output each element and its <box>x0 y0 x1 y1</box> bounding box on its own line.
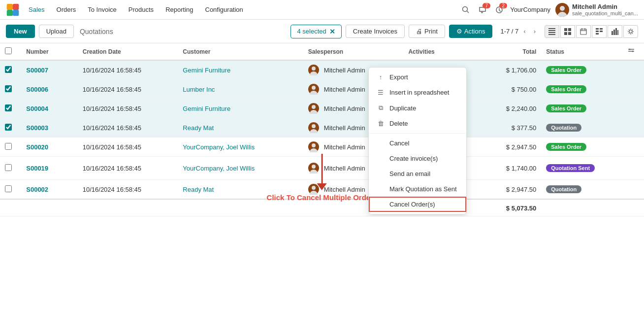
table-row[interactable]: S00003 10/16/2024 16:58:45 Ready Mat Mit… <box>0 118 644 138</box>
row-checkbox-0[interactable] <box>5 66 12 73</box>
status-badge: Quotation Sent <box>546 164 595 172</box>
row-checkbox-5[interactable] <box>5 164 12 171</box>
row-settings[interactable] <box>623 180 644 200</box>
user-sub: sale_quotation_multi_can... <box>572 10 638 16</box>
table-row[interactable]: S00006 10/16/2024 16:58:45 Lumber Inc Mi… <box>0 80 644 99</box>
pivot-view-button[interactable] <box>592 25 607 38</box>
customer-name[interactable]: Lumber Inc <box>178 80 303 99</box>
col-header-status[interactable]: Status <box>541 43 622 60</box>
action-export[interactable]: ↑ Export <box>369 69 466 85</box>
calendar-view-button[interactable] <box>576 25 591 38</box>
customer-name[interactable]: Gemini Furniture <box>178 60 303 80</box>
salesperson-avatar <box>308 184 319 195</box>
customer-name[interactable]: YourCompany, Joel Willis <box>178 138 303 157</box>
action-delete[interactable]: 🗑 Delete <box>369 116 466 131</box>
table-row[interactable]: S00019 10/16/2024 16:58:45 YourCompany, … <box>0 157 644 180</box>
list-view-button[interactable] <box>545 25 559 38</box>
customer-name[interactable]: Gemini Furniture <box>178 99 303 118</box>
salesperson-avatar <box>308 103 319 114</box>
discuss-icon-btn[interactable]: 7 <box>477 4 488 16</box>
row-settings[interactable] <box>623 99 644 118</box>
print-button[interactable]: 🖨 Print <box>409 25 445 38</box>
next-page-button[interactable]: › <box>531 26 539 37</box>
kanban-view-button[interactable] <box>560 25 575 38</box>
col-header-salesperson[interactable]: Salesperson <box>303 43 404 60</box>
user-avatar <box>555 3 569 17</box>
salesperson-name: Mitchell Admin <box>324 67 365 74</box>
customer-name[interactable]: Ready Mat <box>178 118 303 138</box>
menu-divider <box>369 133 466 134</box>
table-row[interactable]: S00002 10/16/2024 16:58:45 Ready Mat Mit… <box>0 180 644 200</box>
upload-button[interactable]: Upload <box>39 25 74 38</box>
order-number[interactable]: S00007 <box>26 67 48 74</box>
app-logo[interactable] <box>6 3 20 17</box>
action-create-invoice[interactable]: Create invoice(s) <box>369 151 466 166</box>
customer-name[interactable]: Ready Mat <box>178 180 303 200</box>
total-amount: $ 2,240.00 <box>479 99 541 118</box>
col-header-customer[interactable]: Customer <box>178 43 303 60</box>
creation-date: 10/16/2024 16:58:45 <box>78 180 178 200</box>
table-row[interactable]: S00004 10/16/2024 16:58:45 Gemini Furnit… <box>0 99 644 118</box>
create-invoices-button[interactable]: Create Invoices <box>346 25 405 38</box>
status-badge: Sales Order <box>546 104 586 112</box>
nav-configuration[interactable]: Configuration <box>200 4 248 15</box>
table-row[interactable]: S00007 10/16/2024 16:58:45 Gemini Furnit… <box>0 60 644 80</box>
action-duplicate[interactable]: ⧉ Duplicate <box>369 100 466 116</box>
order-number[interactable]: S00003 <box>26 124 48 132</box>
company-name[interactable]: YourCompany <box>510 6 550 13</box>
nav-orders[interactable]: Orders <box>52 4 81 15</box>
creation-date: 10/16/2024 16:58:45 <box>78 118 178 138</box>
activity-icon-btn[interactable]: 2 <box>493 4 505 16</box>
action-cancel-orders[interactable]: Cancel Order(s) <box>369 197 466 212</box>
row-settings[interactable] <box>623 138 644 157</box>
table-row[interactable]: S00020 10/16/2024 16:58:45 YourCompany, … <box>0 138 644 157</box>
order-number[interactable]: S00019 <box>26 165 48 172</box>
action-insert-spreadsheet[interactable]: ☰ Insert in spreadsheet <box>369 85 466 100</box>
row-checkbox-1[interactable] <box>5 85 12 92</box>
action-cancel[interactable]: Cancel <box>369 136 466 151</box>
search-icon-btn[interactable] <box>460 4 472 16</box>
graph-view-button[interactable] <box>608 25 622 38</box>
order-number[interactable]: S00004 <box>26 105 48 112</box>
create-invoice-label: Create invoice(s) <box>389 155 438 162</box>
row-settings[interactable] <box>623 60 644 80</box>
col-header-date[interactable]: Creation Date <box>78 43 178 60</box>
col-header-number[interactable]: Number <box>21 43 78 60</box>
new-button[interactable]: New <box>6 25 35 38</box>
actions-dropdown: ↑ Export ☰ Insert in spreadsheet ⧉ Dupli… <box>368 67 467 214</box>
row-settings[interactable] <box>623 80 644 99</box>
svg-point-36 <box>312 105 316 109</box>
clear-selection-button[interactable]: ✕ <box>329 28 335 35</box>
select-all-checkbox[interactable] <box>5 47 12 54</box>
col-header-total[interactable]: Total <box>479 43 541 60</box>
order-number[interactable]: S00006 <box>26 86 48 93</box>
salesperson-avatar <box>308 84 319 95</box>
col-header-settings[interactable] <box>623 43 644 60</box>
row-checkbox-2[interactable] <box>5 104 12 111</box>
col-header-activity[interactable]: Activities <box>403 43 479 60</box>
printer-icon: 🖨 <box>416 28 422 35</box>
pagination-range: 1-7 / 7 <box>500 28 518 35</box>
settings-view-button[interactable] <box>623 25 638 38</box>
action-send-email[interactable]: Send an email <box>369 166 466 181</box>
status-badge: Quotation <box>546 185 581 193</box>
row-settings[interactable] <box>623 157 644 180</box>
row-settings[interactable] <box>623 118 644 138</box>
actions-button[interactable]: ⚙ Actions <box>449 25 493 38</box>
row-checkbox-6[interactable] <box>5 185 12 192</box>
row-checkbox-3[interactable] <box>5 124 12 131</box>
status-badge: Sales Order <box>546 66 586 74</box>
selected-badge[interactable]: 4 selected ✕ <box>290 25 341 38</box>
order-number[interactable]: S00002 <box>26 186 48 193</box>
nav-reporting[interactable]: Reporting <box>161 4 198 15</box>
nav-sales[interactable]: Sales <box>24 4 50 15</box>
order-number[interactable]: S00020 <box>26 143 48 151</box>
prev-page-button[interactable]: ‹ <box>520 26 528 37</box>
nav-to-invoice[interactable]: To Invoice <box>83 4 122 15</box>
user-info[interactable]: Mitchell Admin sale_quotation_multi_can.… <box>555 3 638 17</box>
row-checkbox-4[interactable] <box>5 143 12 150</box>
salesperson-name: Mitchell Admin <box>324 186 365 193</box>
customer-name[interactable]: YourCompany, Joel Willis <box>178 157 303 180</box>
nav-products[interactable]: Products <box>124 4 159 15</box>
action-mark-sent[interactable]: Mark Quotation as Sent <box>369 181 466 197</box>
